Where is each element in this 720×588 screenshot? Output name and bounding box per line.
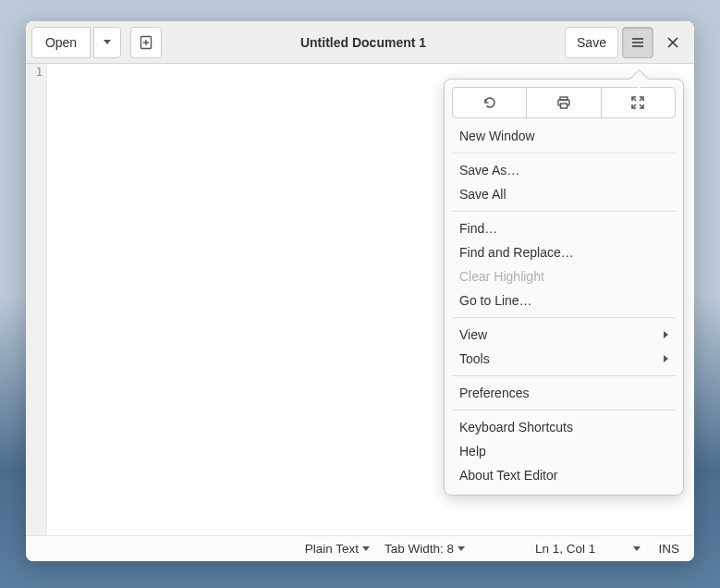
menu-save-as[interactable]: Save As… — [452, 158, 676, 182]
reload-icon — [482, 95, 497, 110]
save-button[interactable]: Save — [565, 27, 618, 58]
headerbar: Open Untitled Document 1 Save — [26, 21, 694, 64]
menu-tools[interactable]: Tools — [452, 347, 676, 371]
print-button[interactable] — [526, 87, 601, 118]
hamburger-popover: New Window Save As… Save All Find… Find … — [444, 79, 684, 496]
open-button[interactable]: Open — [31, 27, 91, 58]
menu-tools-label: Tools — [459, 351, 490, 366]
svg-line-13 — [640, 104, 642, 107]
chevron-down-icon — [633, 546, 641, 551]
open-recent-dropdown[interactable] — [93, 27, 121, 58]
document-title: Untitled Document 1 — [165, 35, 561, 50]
menu-go-to-line[interactable]: Go to Line… — [452, 288, 676, 312]
language-label: Plain Text — [305, 542, 359, 556]
new-document-button[interactable] — [130, 27, 162, 58]
menu-save-all[interactable]: Save All — [452, 182, 676, 206]
insert-mode-label: INS — [658, 542, 679, 556]
menu-find-replace[interactable]: Find and Replace… — [452, 240, 676, 264]
close-icon — [666, 36, 679, 49]
tab-width-selector[interactable]: Tab Width: 8 — [377, 542, 472, 556]
fullscreen-icon — [630, 95, 645, 110]
chevron-right-icon — [664, 331, 668, 338]
menu-clear-highlight: Clear Highlight — [452, 264, 676, 288]
menu-view[interactable]: View — [452, 323, 676, 347]
menu-help[interactable]: Help — [452, 439, 676, 463]
statusbar: Plain Text Tab Width: 8 Ln 1, Col 1 INS — [26, 535, 694, 561]
language-selector[interactable]: Plain Text — [298, 542, 377, 556]
hamburger-icon — [630, 35, 645, 50]
line-number: 1 — [26, 66, 43, 79]
text-editor-window: Open Untitled Document 1 Save — [26, 21, 694, 561]
svg-line-12 — [640, 98, 642, 101]
chevron-down-icon — [362, 546, 370, 551]
menu-about[interactable]: About Text Editor — [452, 463, 676, 487]
tab-width-label: Tab Width: 8 — [384, 542, 454, 556]
insert-mode-indicator[interactable]: INS — [648, 542, 687, 556]
chevron-right-icon — [664, 355, 668, 362]
new-document-icon — [139, 35, 153, 50]
menu-preferences[interactable]: Preferences — [452, 381, 676, 405]
hamburger-menu-button[interactable] — [622, 27, 653, 58]
chevron-down-icon — [104, 40, 111, 44]
svg-line-14 — [633, 104, 636, 107]
chevron-down-icon — [458, 546, 465, 551]
menu-view-label: View — [459, 327, 487, 342]
menu-find[interactable]: Find… — [452, 216, 676, 240]
print-icon — [556, 95, 571, 110]
svg-rect-10 — [560, 104, 567, 108]
menu-keyboard-shortcuts[interactable]: Keyboard Shortcuts — [452, 415, 676, 439]
fullscreen-button[interactable] — [601, 87, 676, 118]
reload-button[interactable] — [452, 87, 527, 118]
menu-new-window[interactable]: New Window — [452, 124, 676, 148]
line-number-gutter: 1 — [26, 64, 46, 535]
cursor-position-selector[interactable]: Ln 1, Col 1 — [528, 542, 648, 556]
close-window-button[interactable] — [657, 27, 689, 58]
popover-icon-row — [452, 87, 676, 118]
svg-line-11 — [633, 98, 636, 101]
cursor-position-label: Ln 1, Col 1 — [535, 542, 595, 556]
